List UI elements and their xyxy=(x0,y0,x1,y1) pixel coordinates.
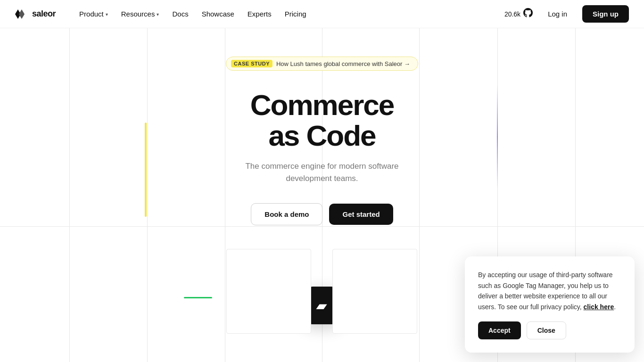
badge-label: CASE STUDY xyxy=(231,60,272,67)
purple-accent-line xyxy=(497,85,498,189)
grid-line-v2 xyxy=(147,28,148,362)
small-card-left xyxy=(226,249,311,334)
github-icon xyxy=(523,8,533,20)
parallelogram-icon: ▰ xyxy=(315,298,329,313)
cookie-accept-button[interactable]: Accept xyxy=(478,321,521,339)
nav-item-pricing[interactable]: Pricing xyxy=(280,7,311,21)
chevron-down-icon: ▾ xyxy=(157,12,159,17)
badge-text: How Lush tames global commerce with Sale… xyxy=(276,60,410,67)
cookie-consent-banner: By accepting our usage of third-party so… xyxy=(465,256,635,353)
github-count[interactable]: 20.6k xyxy=(504,8,533,20)
hero-section: CASE STUDY How Lush tames global commerc… xyxy=(223,28,421,239)
cookie-text: By accepting our usage of third-party so… xyxy=(478,270,621,312)
signup-button[interactable]: Sign up xyxy=(582,5,629,23)
chevron-down-icon: ▾ xyxy=(106,12,108,17)
login-button[interactable]: Log in xyxy=(542,7,573,21)
hero-title: Commerce as Code xyxy=(232,90,412,151)
small-card-right xyxy=(332,249,417,334)
nav-item-showcase[interactable]: Showcase xyxy=(197,7,239,21)
grid-line-v1 xyxy=(69,28,70,362)
cookie-buttons: Accept Close xyxy=(478,321,621,339)
navbar-right: 20.6k Log in Sign up xyxy=(504,5,629,23)
cookie-close-button[interactable]: Close xyxy=(527,321,566,339)
github-stars: 20.6k xyxy=(504,10,520,18)
nav-item-experts[interactable]: Experts xyxy=(243,7,276,21)
nav-links: Product ▾ Resources ▾ Docs Showcase Expe… xyxy=(74,7,311,21)
nav-item-resources[interactable]: Resources ▾ xyxy=(116,7,164,21)
privacy-policy-link[interactable]: click here xyxy=(584,303,614,311)
hero-buttons: Book a demo Get started xyxy=(251,203,393,225)
logo-text: saleor xyxy=(32,9,56,19)
navbar-left: saleor Product ▾ Resources ▾ Docs Showca… xyxy=(15,7,311,21)
logo-icon xyxy=(15,9,28,19)
logo[interactable]: saleor xyxy=(15,9,56,19)
nav-item-docs[interactable]: Docs xyxy=(167,7,193,21)
get-started-button[interactable]: Get started xyxy=(329,204,393,225)
nav-item-product[interactable]: Product ▾ xyxy=(74,7,113,21)
book-demo-button[interactable]: Book a demo xyxy=(251,203,322,225)
hero-subtitle: The commerce engine for modern software … xyxy=(232,160,412,184)
yellow-accent-bar xyxy=(145,123,147,217)
case-study-badge[interactable]: CASE STUDY How Lush tames global commerc… xyxy=(226,57,418,71)
navbar: saleor Product ▾ Resources ▾ Docs Showca… xyxy=(0,0,644,28)
green-accent-bar xyxy=(184,297,212,298)
